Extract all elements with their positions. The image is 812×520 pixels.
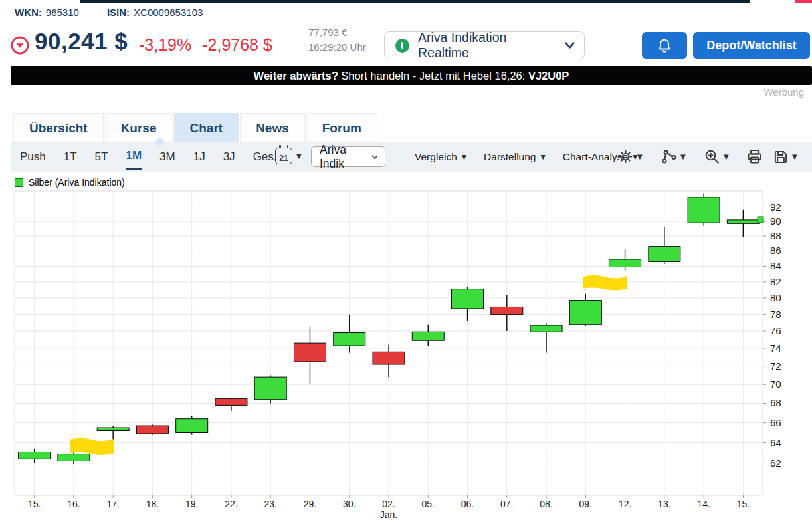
print-button[interactable] [746,142,763,172]
tab-kurse[interactable]: Kurse [105,113,173,142]
x-axis-label: 23. [264,499,276,509]
isin-label: ISIN: [107,7,130,18]
y-axis-label: 86 [770,245,781,256]
x-axis-label: 13. [658,499,670,509]
chevron-down-icon: ▼ [792,153,797,160]
chevron-down-icon: ▼ [637,153,643,160]
indicators-button[interactable]: ▼ [660,142,686,172]
settings-icon [617,148,635,166]
range-1t[interactable]: 1T [64,142,77,172]
range-3j[interactable]: 3J [223,142,235,172]
menu-darstellung[interactable]: Darstellung▼ [484,151,546,163]
x-axis-label: 07. [500,499,513,509]
candle-body [688,197,720,223]
candle-17-14 [688,194,720,226]
candle-body [215,398,247,405]
ad-disclaimer: Werbung [763,86,804,98]
y-axis-label: 76 [770,325,781,336]
x-axis-label: 22. [225,499,237,509]
candle-body [530,325,562,332]
candle-4-19 [176,416,208,434]
y-axis-label: 72 [770,360,781,372]
range-selector: Push1T5T1M3M1J3JGes. [20,142,277,172]
range-push[interactable]: Push [20,142,46,172]
candle-body [58,454,90,461]
top-strip [80,0,750,3]
arrow-down-circle-icon [10,35,30,55]
candle-14-09 [569,294,601,326]
tab-forum[interactable]: Forum [306,113,377,142]
candle-body [609,259,641,267]
quote-source-dropdown[interactable]: Ariva Indikation Realtime [384,31,585,59]
ad-code: VJ2U0P [528,70,569,82]
candle-body [254,377,286,400]
y-axis-label: 66 [770,417,781,428]
price-eur: 77,793 € [308,25,366,40]
x-axis-label: 14. [697,499,710,509]
chevron-down-icon: ▼ [462,153,466,160]
candle-7-29 [294,327,326,384]
y-axis-label: 92 [770,201,781,213]
chart-legend: Silber (Ariva Indikation) [15,177,125,188]
tab-news[interactable]: News [240,113,305,142]
range-1j[interactable]: 1J [193,142,205,172]
candle-body [452,289,484,309]
depot-watchlist-button[interactable]: Depot/Watchlist [693,32,810,59]
status-dot-icon [395,39,409,53]
price-change: -3,19% -2,9768 $ [139,35,272,55]
candle-12-07 [491,295,523,331]
ad-banner[interactable]: Weiter abwärts? Short handeln - Jetzt mi… [11,66,812,85]
settings-button[interactable]: ▼ [617,142,643,172]
y-axis-label: 62 [770,457,781,469]
tab-chart[interactable]: Chart [174,113,239,142]
quote-source-label: Ariva Indikation Realtime [418,30,555,61]
y-axis-label: 80 [770,292,781,303]
candle-15-12 [609,249,641,271]
save-button[interactable]: ▼ [772,142,797,172]
candle-body [19,452,51,459]
menu-label: Darstellung [484,151,536,163]
candle-5-22 [215,398,247,411]
candle-18-15 [727,210,759,237]
menu-vergleich[interactable]: Vergleich▼ [415,151,466,163]
candle-6-23 [254,375,286,403]
instrument-select-value: Ariva Indik [320,143,371,171]
range-ges[interactable]: Ges. [253,142,277,172]
x-axis-label: 09. [579,499,592,509]
isin-value: XC0009653103 [134,7,203,18]
range-1m[interactable]: 1M [126,142,142,170]
y-axis-label: 74 [770,342,781,354]
chevron-down-icon: ▼ [680,153,686,160]
y-axis-label: 78 [770,309,781,320]
candle-body [649,247,680,262]
zoom-button[interactable]: ▼ [703,142,729,172]
calendar-button[interactable]: 21 ▼ [275,148,302,164]
candle-body [334,333,365,346]
candle-3-18 [136,425,168,435]
toolbar-menus: Vergleich▼Darstellung▼Chart-Analyse▼ [415,142,637,172]
top-strip-accent [795,0,812,3]
x-axis-label: 15. [28,499,41,509]
notifications-button[interactable] [642,32,687,59]
tab-bar: ÜbersichtKurseChartNewsForum [13,113,377,142]
candle-16-13 [649,227,680,264]
x-axis-label: 05. [422,499,435,509]
y-axis-label: 70 [770,378,781,390]
tab-ubersicht[interactable]: Übersicht [13,113,104,142]
x-axis-label: 15. [737,499,750,509]
instrument-select[interactable]: Ariva Indik [311,146,385,167]
candle-2-17 [97,426,129,441]
candle-11-06 [452,287,484,321]
chevron-down-icon: ▼ [724,153,729,160]
candle-body [294,343,326,362]
range-5t[interactable]: 5T [95,142,108,172]
ad-lead: Weiter abwärts? [254,70,338,82]
candle-body [569,301,601,325]
price-chart[interactable]: 6264666870727476788082848688909215.16.17… [0,190,812,520]
save-icon [772,148,789,166]
range-3m[interactable]: 3M [159,142,175,172]
calendar-icon: 21 [275,148,292,164]
x-axis-label: 06. [461,499,474,509]
candle-body [97,428,129,430]
candle-body [136,426,168,434]
